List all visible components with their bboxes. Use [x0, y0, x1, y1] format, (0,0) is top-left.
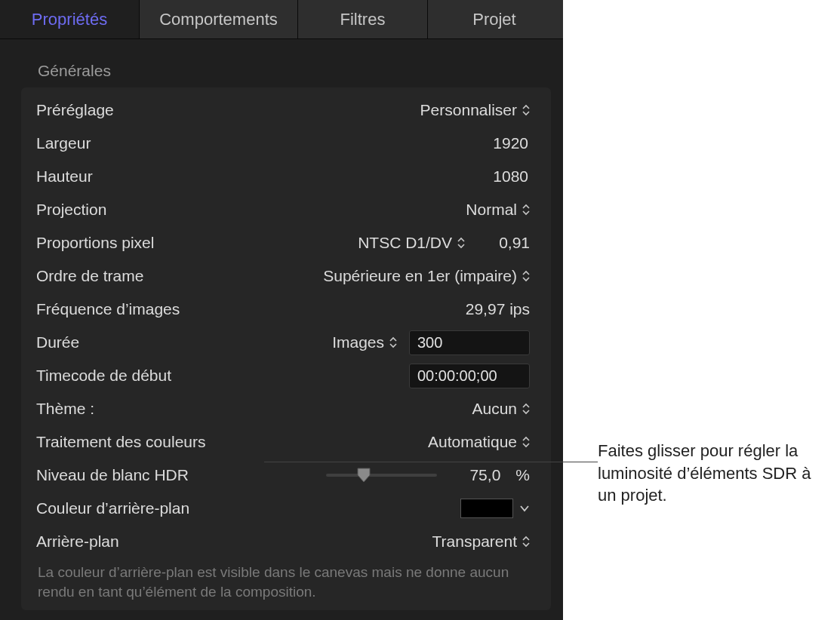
hdr-label: Niveau de blanc HDR [36, 466, 189, 484]
projection-label: Projection [36, 201, 106, 219]
pixel-aspect-num[interactable]: 0,91 [477, 234, 530, 252]
chevron-down-icon[interactable] [519, 505, 530, 512]
bgcolor-label: Couleur d’arrière-plan [36, 499, 189, 517]
row-height: Hauteur 1080 [36, 160, 540, 193]
field-order-popup[interactable]: Supérieure en 1er (impaire) [323, 267, 530, 285]
preset-popup[interactable]: Personnaliser [420, 101, 530, 119]
row-background-color: Couleur d’arrière-plan [36, 492, 540, 525]
background-popup[interactable]: Transparent [432, 533, 530, 551]
pixel-aspect-value: NTSC D1/DV [358, 234, 452, 252]
width-value[interactable]: 1920 [493, 134, 530, 152]
bgcolor-swatch[interactable] [460, 499, 513, 518]
updown-icon [522, 536, 530, 548]
color-proc-popup[interactable]: Automatique [428, 433, 530, 451]
background-label: Arrière-plan [36, 533, 119, 551]
tab-projet[interactable]: Projet [428, 0, 561, 38]
tab-bar: Propriétés Comportements Filtres Projet [0, 0, 563, 39]
duration-input[interactable] [409, 330, 530, 355]
color-proc-label: Traitement des couleurs [36, 433, 206, 451]
theme-value: Aucun [472, 400, 517, 418]
section-header-general: Générales [0, 39, 563, 87]
row-color-processing: Traitement des couleurs Automatique [36, 425, 540, 459]
updown-icon [522, 204, 530, 216]
start-tc-input[interactable] [409, 364, 530, 388]
pixel-aspect-popup[interactable]: NTSC D1/DV [358, 234, 465, 252]
callout-text: Faites glisser pour régler la luminosité… [598, 440, 832, 507]
row-theme: Thème : Aucun [36, 392, 540, 425]
updown-icon [389, 336, 397, 348]
duration-unit: Images [332, 333, 384, 351]
callout-leader-line [264, 462, 598, 462]
row-hdr-white-level: Niveau de blanc HDR 75,0 % [36, 459, 540, 492]
field-order-label: Ordre de trame [36, 267, 143, 285]
fps-value[interactable]: 29,97 ips [466, 300, 530, 318]
row-background: Arrière-plan Transparent [36, 525, 540, 558]
field-order-value: Supérieure en 1er (impaire) [323, 267, 517, 285]
row-start-timecode: Timecode de début [36, 359, 540, 392]
general-properties: Préréglage Personnaliser Largeur 1920 Ha… [21, 87, 551, 610]
color-proc-value: Automatique [428, 433, 517, 451]
tab-proprietes[interactable]: Propriétés [0, 0, 140, 38]
theme-label: Thème : [36, 400, 94, 418]
updown-icon [522, 436, 530, 448]
projection-popup[interactable]: Normal [466, 201, 530, 219]
projection-value: Normal [466, 201, 517, 219]
inspector-panel: Propriétés Comportements Filtres Projet … [0, 0, 563, 620]
hdr-unit: % [515, 466, 530, 484]
row-pixel-aspect: Proportions pixel NTSC D1/DV 0,91 [36, 226, 540, 259]
row-width: Largeur 1920 [36, 127, 540, 160]
height-value[interactable]: 1080 [493, 167, 530, 186]
background-note: La couleur d’arrière-plan est visible da… [36, 558, 540, 603]
slider-track [326, 474, 437, 477]
theme-popup[interactable]: Aucun [472, 400, 530, 418]
fps-label: Fréquence d’images [36, 300, 180, 318]
tab-comportements[interactable]: Comportements [140, 0, 298, 38]
row-preset: Préréglage Personnaliser [36, 94, 540, 127]
background-value: Transparent [432, 533, 517, 551]
row-projection: Projection Normal [36, 193, 540, 226]
duration-label: Durée [36, 333, 79, 351]
start-tc-label: Timecode de début [36, 367, 171, 385]
slider-thumb-icon[interactable] [357, 468, 371, 483]
pixel-aspect-label: Proportions pixel [36, 234, 154, 252]
row-fps: Fréquence d’images 29,97 ips [36, 293, 540, 326]
updown-icon [457, 237, 465, 249]
preset-label: Préréglage [36, 101, 114, 119]
width-label: Largeur [36, 134, 91, 152]
preset-value: Personnaliser [420, 101, 517, 119]
row-duration: Durée Images [36, 326, 540, 359]
height-label: Hauteur [36, 167, 93, 186]
tab-filtres[interactable]: Filtres [298, 0, 428, 38]
row-field-order: Ordre de trame Supérieure en 1er (impair… [36, 259, 540, 293]
updown-icon [522, 104, 530, 116]
hdr-slider[interactable] [326, 466, 437, 484]
duration-unit-popup[interactable]: Images [332, 333, 397, 351]
updown-icon [522, 270, 530, 282]
updown-icon [522, 403, 530, 415]
hdr-value[interactable]: 75,0 [448, 466, 500, 484]
